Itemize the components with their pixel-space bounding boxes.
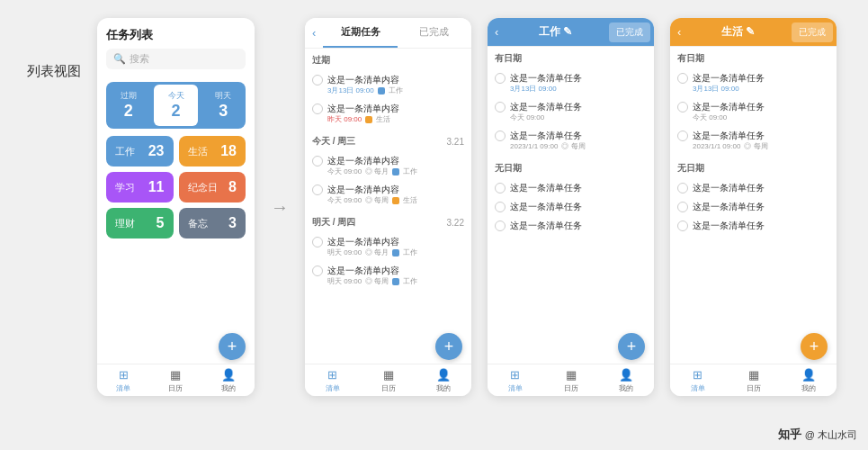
- task-content: 这是一条清单任务 2023/1/1 09:00 ◎ 每周: [693, 130, 829, 151]
- recent-back-button[interactable]: ‹: [305, 19, 323, 47]
- cat-item-anniv[interactable]: 纪念日 8: [179, 172, 246, 202]
- task-date: 明天 09:00: [327, 276, 362, 286]
- list-view-label: 列表视图: [27, 63, 81, 80]
- task-title: 这是一条清单任务: [693, 101, 829, 112]
- phone-nav-calendar[interactable]: ▦ 日历: [149, 364, 201, 396]
- task-title: 这是一条清单任务: [693, 130, 829, 141]
- task-checkbox[interactable]: [677, 73, 688, 84]
- watermark: 知乎 @ 木山水司: [778, 427, 857, 443]
- task-checkbox[interactable]: [312, 75, 323, 86]
- work-nav-cal[interactable]: ▦ 日历: [543, 364, 599, 396]
- life-section-header-nodated: 无日期: [677, 162, 829, 175]
- work-section-dated: 有日期 这是一条清单任务 3月13日 09:00 这是一条清单任务: [488, 47, 654, 157]
- task-item: 这是一条清单内容 昨天 09:00 生活: [312, 99, 464, 128]
- task-item: 这是一条清单任务: [495, 216, 647, 235]
- life-nav-cal[interactable]: ▦ 日历: [726, 364, 782, 396]
- task-item: 这是一条清单任务: [677, 216, 829, 235]
- cat-num-study: 11: [148, 179, 165, 195]
- date-tab-today[interactable]: 今天 2: [154, 85, 199, 126]
- work-fab[interactable]: +: [618, 333, 645, 360]
- task-item: 这是一条清单任务 今天 09:00: [677, 97, 829, 126]
- task-item: 这是一条清单任务 3月13日 09:00: [495, 68, 647, 97]
- life-nav-me[interactable]: 👤 我的: [781, 364, 837, 396]
- task-title: 这是一条清单内容: [327, 184, 464, 195]
- task-checkbox[interactable]: [677, 130, 688, 141]
- work-nav-me[interactable]: 👤 我的: [598, 364, 654, 396]
- section-title-today: 今天 / 周三: [312, 135, 355, 148]
- cat-item-study[interactable]: 学习 11: [106, 172, 174, 202]
- task-content: 这是一条清单任务 3月13日 09:00: [510, 72, 647, 94]
- search-placeholder: 搜索: [130, 52, 149, 66]
- task-checkbox[interactable]: [312, 184, 323, 195]
- task-repeat: ◎ 每周: [744, 141, 767, 151]
- r-cal-icon: ▦: [383, 368, 394, 382]
- phone-nav-me[interactable]: 👤 我的: [202, 364, 255, 396]
- task-content: 这是一条清单任务: [510, 220, 647, 231]
- task-repeat: ◎ 每周: [561, 141, 585, 151]
- task-checkbox[interactable]: [312, 266, 323, 276]
- work-tag-dot: [392, 168, 399, 176]
- task-meta: 今天 09:00: [510, 112, 647, 122]
- phone-nav-list[interactable]: ⊞ 清单: [97, 364, 149, 396]
- cat-item-life[interactable]: 生活 18: [179, 136, 246, 166]
- task-checkbox[interactable]: [677, 220, 688, 231]
- life-back-button[interactable]: ‹: [670, 18, 688, 46]
- task-checkbox[interactable]: [495, 102, 506, 112]
- l-list-icon: ⊞: [693, 368, 702, 382]
- task-checkbox[interactable]: [677, 183, 688, 194]
- task-checkbox[interactable]: [495, 183, 506, 194]
- recent-tab-done[interactable]: 已完成: [398, 18, 471, 48]
- section-date-tomorrow: 3.22: [447, 218, 464, 228]
- cat-num-work: 23: [148, 143, 165, 159]
- task-checkbox[interactable]: [677, 102, 688, 112]
- life-section-title-nodated: 无日期: [677, 162, 704, 175]
- life-fab[interactable]: +: [801, 333, 828, 360]
- cat-item-work[interactable]: 工作 23: [106, 136, 174, 166]
- task-checkbox[interactable]: [677, 202, 688, 212]
- work-done-button[interactable]: 已完成: [609, 22, 650, 42]
- search-bar[interactable]: 🔍 搜索: [106, 49, 246, 69]
- task-content: 这是一条清单任务 今天 09:00: [510, 101, 647, 122]
- task-item: 这是一条清单任务: [677, 178, 829, 197]
- left-label-area: 列表视图: [27, 18, 81, 80]
- date-tab-tomorrow[interactable]: 明天 3: [201, 82, 246, 129]
- work-back-button[interactable]: ‹: [488, 18, 506, 46]
- task-checkbox[interactable]: [495, 202, 506, 212]
- task-repeat: ◎ 每月: [365, 248, 389, 257]
- cat-item-finance[interactable]: 理财 5: [106, 208, 174, 238]
- recent-nav-cal[interactable]: ▦ 日历: [361, 364, 416, 396]
- life-nav-list[interactable]: ⊞ 清单: [670, 364, 726, 396]
- recent-nav-list[interactable]: ⊞ 清单: [305, 364, 361, 396]
- recent-fab[interactable]: +: [435, 333, 462, 360]
- right-arrow-icon: →: [271, 197, 289, 218]
- r-me-icon: 👤: [436, 368, 451, 382]
- task-checkbox[interactable]: [312, 104, 323, 114]
- w-me-label: 我的: [619, 383, 633, 393]
- work-nav-list[interactable]: ⊞ 清单: [488, 364, 543, 396]
- task-content: 这是一条清单内容 昨天 09:00 生活: [327, 103, 464, 124]
- phone-fab[interactable]: +: [219, 333, 246, 360]
- recent-tab-tasks[interactable]: 近期任务: [323, 18, 397, 48]
- w-cal-label: 日历: [564, 383, 578, 393]
- task-checkbox[interactable]: [495, 220, 506, 231]
- life-done-button[interactable]: 已完成: [792, 22, 833, 42]
- task-content: 这是一条清单任务: [693, 201, 829, 212]
- task-checkbox[interactable]: [312, 237, 323, 248]
- work-bottom-nav: ⊞ 清单 ▦ 日历 👤 我的: [488, 364, 654, 396]
- task-list-phone: 任务列表 🔍 搜索 过期 2 今天 2 明天 3 工作: [97, 18, 255, 396]
- task-checkbox[interactable]: [495, 130, 506, 141]
- date-tab-overdue[interactable]: 过期 2: [106, 82, 151, 129]
- task-meta: 明天 09:00 ◎ 每月 工作: [327, 248, 464, 257]
- task-title: 这是一条清单内容: [327, 155, 464, 166]
- work-panel-header: ‹ 工作 ✎ 已完成: [488, 18, 654, 47]
- phone-bottom-nav: ⊞ 清单 ▦ 日历 👤 我的: [97, 364, 255, 396]
- life-category-panel: ‹ 生活 ✎ 已完成 有日期 这是一条清单任务 3月13日 09:00: [670, 18, 837, 396]
- task-checkbox[interactable]: [495, 73, 506, 84]
- work-category-panel: ‹ 工作 ✎ 已完成 有日期 这是一条清单任务 3月13日 09:00: [488, 18, 654, 396]
- task-date: 3月13日 09:00: [510, 84, 557, 94]
- cat-item-memo[interactable]: 备忘 3: [179, 208, 246, 238]
- task-checkbox[interactable]: [312, 156, 323, 166]
- task-title: 这是一条清单任务: [693, 201, 829, 212]
- task-title: 这是一条清单内容: [327, 74, 464, 86]
- recent-nav-me[interactable]: 👤 我的: [416, 364, 471, 396]
